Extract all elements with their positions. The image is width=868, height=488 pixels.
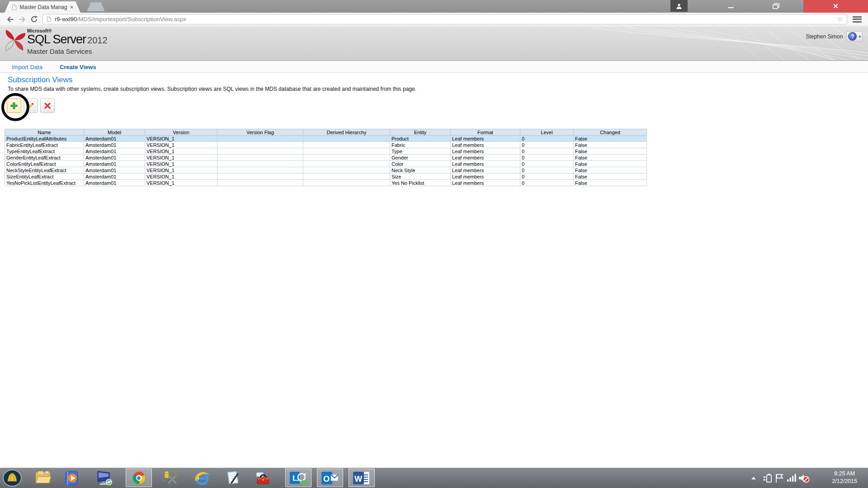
table-cell: 0 [520, 136, 574, 142]
tab-title: Master Data Manage [19, 4, 67, 10]
table-cell: NeckStyleEntityLeafExtract [5, 167, 84, 174]
tab-close-icon[interactable]: × [70, 4, 73, 10]
column-header-level[interactable]: Level [520, 129, 574, 136]
red-toolbox-icon [255, 470, 271, 486]
signal-bars-icon [787, 474, 797, 483]
column-header-version[interactable]: Version [145, 129, 217, 136]
delete-view-button[interactable] [40, 99, 55, 113]
monitor-icon [96, 470, 113, 486]
reload-button[interactable] [28, 14, 40, 25]
table-cell [217, 180, 303, 186]
profile-avatar-button[interactable] [670, 0, 688, 12]
tray-show-hidden-icons[interactable] [750, 476, 757, 480]
folder-icon [34, 471, 52, 485]
start-button[interactable] [3, 469, 22, 487]
tray-volume-muted[interactable] [798, 473, 810, 483]
remote-desktop-icon[interactable] [96, 470, 113, 486]
bookmark-star-icon[interactable]: ☆ [837, 16, 843, 23]
table-cell: 0 [520, 148, 574, 155]
product-name: SQL Server [27, 33, 86, 46]
table-cell: False [574, 174, 647, 180]
file-explorer-icon[interactable] [34, 471, 52, 485]
sql-server-logo: Microsoft® SQL Server2012 Master Data Se… [4, 28, 108, 55]
help-icon[interactable]: ? [848, 32, 857, 41]
browser-tab-strip: Master Data Manage × ✕ [0, 0, 868, 13]
table-row[interactable]: NeckStyleEntityLeafExtractAmsterdam01VER… [5, 167, 647, 174]
column-header-derived-hierarchy[interactable]: Derived Hierarchy [303, 129, 390, 136]
column-header-entity[interactable]: Entity [390, 129, 451, 136]
table-row[interactable]: ColorEntityLeafExtractAmsterdam01VERSION… [5, 161, 647, 167]
word-taskbar-button[interactable]: W [349, 469, 375, 487]
table-cell: Leaf members [451, 136, 520, 142]
chevron-down-icon[interactable]: ▾ [859, 34, 861, 39]
lync-taskbar-button[interactable]: L [285, 469, 311, 487]
taskbar: L O W [0, 468, 868, 488]
flag-icon [775, 473, 784, 483]
table-cell [303, 148, 390, 155]
mds-nav: Import Data Create Views [0, 62, 868, 73]
table-cell: False [574, 136, 647, 142]
table-cell: Gender [390, 155, 451, 161]
table-cell: Product [390, 136, 451, 142]
column-header-format[interactable]: Format [451, 129, 520, 136]
table-cell: SizeEntityLeafExtract [5, 174, 84, 180]
table-cell: Leaf members [451, 155, 520, 161]
close-button[interactable]: ✕ [803, 0, 868, 13]
forward-icon [18, 16, 26, 23]
add-view-button[interactable] [7, 99, 21, 113]
table-cell: False [574, 155, 647, 161]
up-arrow-icon [750, 476, 757, 480]
back-button[interactable] [5, 14, 16, 25]
table-row[interactable]: GenderEntityLeafExtractAmsterdam01VERSIO… [5, 155, 647, 161]
forward-button[interactable] [16, 14, 28, 25]
table-row[interactable]: ProductEntityLeafAttributesAmsterdam01VE… [5, 136, 647, 142]
restore-button[interactable] [762, 0, 790, 12]
table-row[interactable]: YesNoPickListEntityLeafExtractAmsterdam0… [5, 180, 647, 186]
column-header-name[interactable]: Name [5, 129, 84, 136]
table-cell: Amsterdam01 [84, 142, 145, 148]
table-cell: 0 [520, 155, 574, 161]
table-row[interactable]: SizeEntityLeafExtractAmsterdam01VERSION_… [5, 174, 647, 180]
table-cell: Leaf members [451, 174, 520, 180]
tray-action-center[interactable] [775, 473, 784, 483]
address-bar[interactable]: r9-wxl90/MDS/importexport/SubscriptionVi… [42, 14, 847, 24]
column-header-model[interactable]: Model [84, 129, 145, 136]
battery-plug-icon [763, 473, 772, 483]
toolbox-icon[interactable] [255, 470, 271, 486]
taskbar-clock[interactable]: 8:25 AM 2/12/2015 [832, 470, 857, 485]
column-header-version-flag[interactable]: Version Flag [217, 129, 303, 136]
minimize-button[interactable] [719, 0, 742, 12]
table-cell: GenderEntityLeafExtract [5, 155, 84, 161]
table-cell: Size [390, 174, 451, 180]
tools-icon [163, 470, 179, 486]
table-cell: Yes No Picklist [390, 180, 451, 186]
media-player-icon[interactable] [64, 470, 80, 486]
table-row[interactable]: FabricEntityLeafExtractAmsterdam01VERSIO… [5, 142, 647, 148]
sql-data-tools-icon[interactable] [163, 470, 179, 486]
help-button-group[interactable]: ? ▾ [846, 31, 863, 42]
table-cell: FabricEntityLeafExtract [5, 142, 84, 148]
new-tab-button[interactable] [87, 2, 105, 11]
table-cell: Fabric [390, 142, 451, 148]
plus-icon [10, 102, 18, 110]
table-cell: VERSION_1 [145, 148, 217, 155]
tray-power-status[interactable] [763, 473, 772, 483]
column-header-changed[interactable]: Changed [574, 129, 647, 136]
table-cell: VERSION_1 [145, 180, 217, 186]
close-icon: ✕ [833, 2, 839, 10]
nav-create-views[interactable]: Create Views [60, 64, 96, 70]
browser-menu-icon[interactable] [853, 16, 862, 23]
outlook-taskbar-button[interactable]: O [317, 469, 343, 487]
table-row[interactable]: TypeEntityLeafExtractAmsterdam01VERSION_… [5, 148, 647, 155]
table-cell: False [574, 148, 647, 155]
edit-view-button[interactable] [24, 99, 38, 113]
nav-import-data[interactable]: Import Data [12, 64, 42, 70]
internet-explorer-icon[interactable] [193, 470, 211, 486]
notepad-icon[interactable] [225, 470, 240, 486]
browser-tab[interactable]: Master Data Manage × [5, 1, 80, 13]
table-cell [217, 148, 303, 155]
table-cell [217, 155, 303, 161]
table-cell: Leaf members [451, 167, 520, 174]
tray-network[interactable] [787, 474, 797, 483]
chrome-taskbar-button[interactable] [126, 469, 152, 487]
